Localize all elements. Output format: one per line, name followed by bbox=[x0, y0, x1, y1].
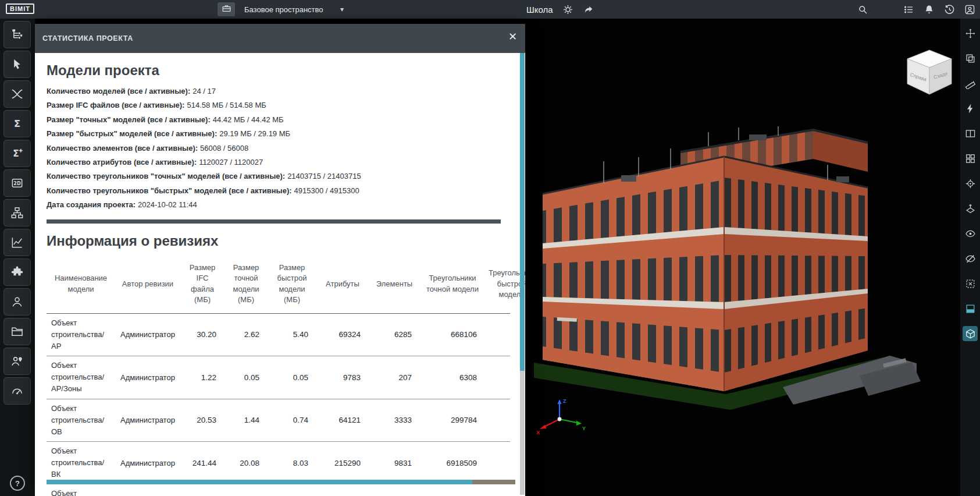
cell-precise-triangles: 668106 bbox=[420, 327, 485, 342]
isolate-button[interactable] bbox=[963, 301, 978, 316]
notifications-bell-icon[interactable] bbox=[923, 3, 935, 15]
cell-fast-triangles bbox=[485, 417, 525, 424]
top-bar-actions bbox=[857, 0, 975, 19]
table-row[interactable]: Объект строительства/АР/Зоны Администрат… bbox=[47, 356, 510, 399]
charts-button[interactable] bbox=[3, 229, 31, 256]
layers-tool-button[interactable] bbox=[963, 51, 978, 66]
chevron-down-icon[interactable]: ▾ bbox=[340, 0, 344, 19]
cell-precise-triangles: 299784 bbox=[420, 412, 485, 428]
model-structure-button[interactable] bbox=[3, 21, 31, 48]
measure-tool-button[interactable] bbox=[963, 76, 978, 91]
user-pin-icon bbox=[10, 355, 24, 368]
sigma-icon: Σ bbox=[10, 117, 24, 130]
cell-model-name: Объект строительства/ВК bbox=[47, 442, 115, 484]
cell-author: Администратор bbox=[115, 455, 180, 471]
revisions-table: Наименование модели Автор ревизии Размер… bbox=[47, 255, 510, 496]
search-icon[interactable] bbox=[857, 3, 868, 15]
section-plane-button[interactable] bbox=[963, 201, 978, 216]
compare-views-button[interactable] bbox=[963, 126, 978, 141]
help-button[interactable]: ? bbox=[10, 476, 25, 491]
table-row[interactable]: Объект строительства/ТХ Администратор 32… bbox=[47, 484, 510, 496]
profile-avatar-icon[interactable] bbox=[964, 3, 975, 15]
stat-line: Размер "точных" моделей (все / активные)… bbox=[47, 113, 510, 127]
project-header: Школа bbox=[526, 0, 595, 19]
revisions-section-heading: Информация о ревизиях bbox=[47, 233, 510, 249]
plugins-button[interactable] bbox=[3, 258, 31, 286]
stat-value: 2024-10-02 11:44 bbox=[138, 200, 197, 209]
horizontal-scrollbar-thumb[interactable] bbox=[47, 480, 472, 484]
stat-value: 56008 / 56008 bbox=[200, 144, 248, 153]
users-button[interactable] bbox=[3, 288, 31, 316]
svg-text:Σ: Σ bbox=[14, 118, 20, 129]
stat-value: 21403715 / 21403715 bbox=[287, 172, 361, 180]
history-icon[interactable] bbox=[943, 3, 955, 15]
svg-text:2D: 2D bbox=[13, 180, 21, 186]
revisions-table-header: Наименование модели Автор ревизии Размер… bbox=[47, 255, 510, 314]
right-toolbar bbox=[960, 19, 980, 496]
cell-author: Администратор bbox=[115, 370, 180, 385]
stat-label: Размер "быстрых" моделей (все / активные… bbox=[47, 129, 217, 138]
scheme-button[interactable] bbox=[3, 199, 31, 226]
vertical-scrollbar[interactable] bbox=[520, 53, 525, 495]
axis-z-label: Z bbox=[563, 398, 566, 404]
locate-button[interactable] bbox=[963, 176, 978, 191]
ruler-icon bbox=[965, 78, 976, 89]
stat-line: Количество атрибутов (все / активные):11… bbox=[47, 155, 510, 169]
user-places-button[interactable] bbox=[3, 348, 31, 375]
projects-button[interactable] bbox=[3, 318, 31, 345]
locate-icon bbox=[965, 178, 976, 189]
quick-actions-button[interactable] bbox=[963, 101, 978, 116]
folder-icon bbox=[10, 325, 24, 338]
stat-value: 24 / 17 bbox=[193, 87, 216, 95]
view-cube[interactable]: Справа Сзади bbox=[903, 43, 956, 97]
table-row[interactable]: Объект строительства/АР Администратор 30… bbox=[47, 314, 510, 356]
table-row[interactable]: Объект строительства/ВК Администратор 24… bbox=[47, 442, 510, 484]
axis-gizmo[interactable]: Z Y X bbox=[534, 396, 586, 448]
orbit-tool-button[interactable] bbox=[963, 26, 978, 41]
clear-selection-button[interactable] bbox=[963, 276, 978, 291]
vertical-scrollbar-thumb[interactable] bbox=[520, 53, 525, 371]
show-elements-button[interactable] bbox=[963, 226, 978, 241]
building-model[interactable] bbox=[534, 125, 941, 416]
view-2d-icon: 2D bbox=[10, 176, 24, 190]
chart-icon bbox=[10, 236, 24, 249]
view-2d-button[interactable]: 2D bbox=[3, 169, 31, 197]
stat-label: Количество атрибутов (все / активные): bbox=[47, 158, 197, 166]
workspace-button[interactable] bbox=[218, 2, 235, 16]
share-icon[interactable] bbox=[583, 3, 595, 15]
column-header: Наименование модели bbox=[47, 271, 115, 296]
column-header: Элементы bbox=[369, 277, 420, 292]
calculations-button[interactable]: Σ bbox=[3, 110, 31, 137]
revisions-table-body: Объект строительства/АР Администратор 30… bbox=[47, 314, 510, 496]
cell-attributes: 64121 bbox=[316, 412, 369, 428]
user-icon bbox=[10, 295, 24, 309]
viewports-button[interactable] bbox=[963, 151, 978, 166]
stat-label: Количество моделей (все / активные): bbox=[47, 87, 190, 95]
puzzle-icon bbox=[10, 265, 24, 279]
settings-gear-icon[interactable] bbox=[562, 3, 574, 15]
list-icon[interactable] bbox=[903, 3, 914, 15]
gauge-icon bbox=[10, 384, 24, 398]
clash-detection-button[interactable] bbox=[3, 80, 31, 108]
grid-icon bbox=[965, 153, 976, 164]
hide-elements-button[interactable] bbox=[963, 251, 978, 266]
dashboard-button[interactable] bbox=[3, 377, 31, 405]
orbit-icon bbox=[965, 28, 976, 39]
stat-value: 29.19 МБ / 29.19 МБ bbox=[219, 129, 290, 138]
table-row[interactable]: Объект строительства/ОВ Администратор 20… bbox=[47, 399, 510, 442]
workspace-dropdown[interactable]: Базовое пространство bbox=[244, 0, 323, 19]
horizontal-scrollbar[interactable] bbox=[47, 480, 515, 484]
view-cube-button[interactable] bbox=[963, 326, 978, 341]
workspace-dropdown-value: Базовое пространство bbox=[244, 5, 323, 14]
element-picker-button[interactable] bbox=[3, 51, 31, 78]
eye-icon bbox=[965, 228, 976, 239]
stat-label: Размер IFC файлов (все / активные): bbox=[47, 101, 184, 109]
close-icon[interactable]: ✕ bbox=[508, 31, 517, 42]
clash-icon bbox=[10, 87, 24, 101]
stat-label: Размер "точных" моделей (все / активные)… bbox=[47, 115, 211, 124]
stat-line: Количество треугольников "точных" моделе… bbox=[47, 169, 510, 183]
add-calculation-button[interactable]: Σ bbox=[3, 140, 31, 167]
cell-author: Администратор bbox=[115, 412, 180, 428]
cell-elements: 207 bbox=[369, 370, 420, 385]
eye-off-icon bbox=[965, 253, 976, 264]
